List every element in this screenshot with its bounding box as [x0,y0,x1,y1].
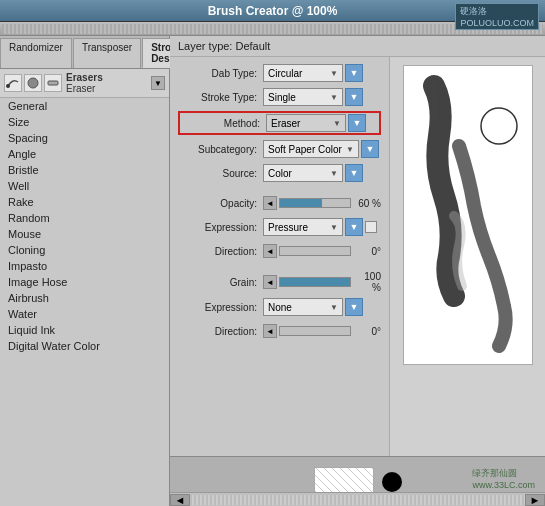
brush-icon-1 [4,74,22,92]
content-area: Dab Type: Circular ▼ ▼ Stroke Type: [170,57,545,456]
brush-category-label: Erasers [66,72,103,83]
tabs-container: Randomizer Transposer Stroke Designer [0,36,169,69]
expression1-value: Pressure ▼ ▼ [263,218,381,236]
brush-icon-3 [44,74,62,92]
category-general[interactable]: General [0,98,169,114]
grain-label: Grain: [178,277,263,288]
expression1-arrow: ▼ [330,223,338,232]
category-airbrush[interactable]: Airbrush [0,290,169,306]
direction1-value-text: 0° [353,246,381,257]
source-dropdown[interactable]: Color ▼ [263,164,343,182]
tab-randomizer[interactable]: Randomizer [0,38,72,68]
subcategory-action-btn[interactable]: ▼ [361,140,379,158]
subcategory-label: Subcategory: [178,144,263,155]
expression2-row: Expression: None ▼ ▼ [178,297,381,317]
category-cloning[interactable]: Cloning [0,242,169,258]
bottom-scrollbar[interactable]: ◄ ► [170,492,545,506]
opacity-value-text: 60 % [353,198,381,209]
svg-point-1 [28,78,38,88]
subcategory-dropdown[interactable]: Soft Paper Color ▼ [263,140,359,158]
category-spacing[interactable]: Spacing [0,130,169,146]
tab-transposer[interactable]: Transposer [73,38,141,68]
expression2-action-btn[interactable]: ▼ [345,298,363,316]
opacity-left-arrow[interactable]: ◄ [263,196,277,210]
category-well[interactable]: Well [0,178,169,194]
direction2-value: ◄ 0° [263,324,381,338]
grain-slider[interactable] [279,277,351,287]
category-mouse[interactable]: Mouse [0,226,169,242]
grain-left-arrow[interactable]: ◄ [263,275,277,289]
direction1-slider[interactable] [279,246,351,256]
stroke-type-row: Stroke Type: Single ▼ ▼ [178,87,381,107]
direction2-slider[interactable] [279,326,351,336]
category-rake[interactable]: Rake [0,194,169,210]
method-dropdown[interactable]: Eraser ▼ [266,114,346,132]
svg-rect-2 [48,81,58,85]
category-impasto[interactable]: Impasto [0,258,169,274]
dab-type-value: Circular ▼ ▼ [263,64,381,82]
direction2-left-arrow[interactable]: ◄ [263,324,277,338]
category-digital-water-color[interactable]: Digital Water Color [0,338,169,354]
expression1-dropdown[interactable]: Pressure ▼ [263,218,343,236]
brush-dropdown-btn[interactable]: ▼ [151,76,165,90]
category-random[interactable]: Random [0,210,169,226]
scroll-left-btn[interactable]: ◄ [170,494,190,506]
expression1-row: Expression: Pressure ▼ ▼ [178,217,381,237]
dab-type-arrow: ▼ [330,69,338,78]
method-row: Method: Eraser ▼ ▼ [178,111,381,135]
category-image-hose[interactable]: Image Hose [0,274,169,290]
direction1-row: Direction: ◄ 0° [178,241,381,261]
expression1-checkbox[interactable] [365,221,377,233]
opacity-label: Opacity: [178,198,263,209]
opacity-row: Opacity: ◄ 60 % [178,193,381,213]
scroll-right-btn[interactable]: ► [525,494,545,506]
opacity-slider[interactable] [279,198,351,208]
dab-type-action-btn[interactable]: ▼ [345,64,363,82]
brush-selector: Erasers Eraser ▼ [0,69,169,98]
brush-icons [4,74,62,92]
source-arrow: ▼ [330,169,338,178]
grain-value-text: 100 % [353,271,381,293]
stroke-type-action-btn[interactable]: ▼ [345,88,363,106]
expression1-label: Expression: [178,222,263,233]
app-title: Brush Creator @ 100% [208,4,338,18]
subcategory-arrow: ▼ [346,145,354,154]
brush-name-label: Eraser [66,83,103,94]
opacity-value: ◄ 60 % [263,196,381,210]
controls-area: Dab Type: Circular ▼ ▼ Stroke Type: [170,57,390,456]
watermark: 绿齐那仙圆 www.33LC.com [472,467,535,490]
method-value: Eraser ▼ ▼ [266,114,378,132]
category-liquid-ink[interactable]: Liquid Ink [0,322,169,338]
right-panel: Layer type: Default Dab Type: Circular ▼… [170,36,545,506]
category-list: General Size Spacing Angle Bristle Well … [0,98,169,506]
grain-row: Grain: ◄ 100 % [178,271,381,293]
expression2-value: None ▼ ▼ [263,298,381,316]
brush-names: Erasers Eraser [66,72,103,94]
source-row: Source: Color ▼ ▼ [178,163,381,183]
stroke-type-dropdown[interactable]: Single ▼ [263,88,343,106]
stroke-type-value: Single ▼ ▼ [263,88,381,106]
direction1-label: Direction: [178,246,263,257]
dab-type-dropdown[interactable]: Circular ▼ [263,64,343,82]
preview-area [390,57,545,456]
layer-type-header: Layer type: Default [170,36,545,57]
source-action-btn[interactable]: ▼ [345,164,363,182]
preview-canvas [403,65,533,365]
mini-dot [382,472,402,492]
category-size[interactable]: Size [0,114,169,130]
stroke-type-label: Stroke Type: [178,92,263,103]
category-bristle[interactable]: Bristle [0,162,169,178]
source-value: Color ▼ ▼ [263,164,381,182]
direction2-label: Direction: [178,326,263,337]
expression2-label: Expression: [178,302,263,313]
category-water[interactable]: Water [0,306,169,322]
stroke-type-arrow: ▼ [330,93,338,102]
category-angle[interactable]: Angle [0,146,169,162]
method-action-btn[interactable]: ▼ [348,114,366,132]
source-label: Source: [178,168,263,179]
expression1-action-btn[interactable]: ▼ [345,218,363,236]
grain-value: ◄ 100 % [263,271,381,293]
direction1-left-arrow[interactable]: ◄ [263,244,277,258]
method-label: Method: [181,118,266,129]
expression2-dropdown[interactable]: None ▼ [263,298,343,316]
